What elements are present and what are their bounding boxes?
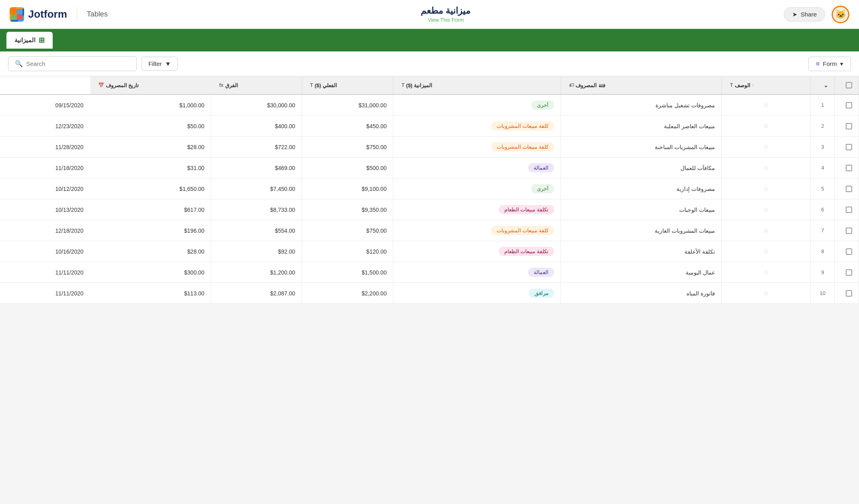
star-icon-7[interactable]: ☆: [763, 227, 769, 234]
category-badge: كلفة مبيعات المشروبات: [491, 142, 554, 152]
th-cat-tag-icon: 🏷: [569, 82, 574, 88]
row-checkbox-8[interactable]: [846, 248, 852, 255]
tab-bar: ⊞ الميزانية: [0, 29, 859, 51]
row-date: 11/11/2020: [0, 283, 90, 304]
row-actual: $400.00: [211, 116, 302, 137]
row-num: 8: [811, 241, 835, 262]
row-checkbox-9[interactable]: [846, 269, 852, 276]
star-icon-8[interactable]: ☆: [763, 248, 769, 255]
star-icon-4[interactable]: ☆: [763, 164, 769, 171]
row-description: مبيعات المشروبات الغازية: [561, 220, 721, 241]
row-description: مصروفات تشغيل مباشرة: [561, 94, 721, 116]
row-checkbox-cell: [835, 241, 859, 262]
row-star-cell: ☆: [722, 241, 811, 262]
row-num: 2: [811, 116, 835, 137]
th-desc-label: الوصف: [735, 82, 750, 88]
th-budget-type-icon: T: [401, 82, 404, 88]
row-checkbox-7[interactable]: [846, 227, 852, 234]
row-checkbox-6[interactable]: [846, 207, 852, 213]
row-category: كلفة مبيعات المشروبات: [393, 220, 561, 241]
row-description: عمال اليومية: [561, 262, 721, 283]
category-badge: أخرى: [531, 100, 554, 110]
row-checkbox-cell: [835, 283, 859, 304]
row-checkbox-cell: [835, 262, 859, 283]
star-icon-2[interactable]: ☆: [763, 123, 769, 129]
svg-rect-3: [11, 14, 17, 20]
th-desc-type-icon: T: [730, 82, 733, 88]
star-icon-1[interactable]: ☆: [763, 102, 769, 109]
main-table: ⌄ ↑ الوصف T فئة المصروف 🏷: [0, 76, 859, 304]
search-input[interactable]: [26, 60, 130, 67]
tab-mizan[interactable]: ⊞ الميزانية: [6, 32, 53, 49]
row-actual: $30,000.00: [211, 94, 302, 116]
row-star-cell: ☆: [722, 116, 811, 137]
header-center: ميزانية مطعم View This Form: [421, 6, 471, 23]
row-checkbox-4[interactable]: [846, 165, 852, 171]
sort-icon[interactable]: ⌄: [824, 82, 828, 88]
select-all-checkbox[interactable]: [846, 82, 852, 88]
table-body: 1 ☆ مصروفات تشغيل مباشرة أخرى $31,000.00…: [0, 94, 859, 304]
th-cat-label: فئة المصروف: [575, 82, 605, 88]
category-badge: أخرى: [531, 184, 554, 193]
row-category: تكلفة مبيعات الطعام: [393, 241, 561, 262]
category-badge: تكلفة مبيعات الطعام: [499, 247, 554, 256]
category-badge: العمالة: [528, 163, 554, 172]
row-checkbox-2[interactable]: [846, 123, 852, 129]
row-actual: $469.00: [211, 158, 302, 178]
row-actual: $722.00: [211, 137, 302, 158]
th-checkbox: [835, 76, 859, 94]
row-star-cell: ☆: [722, 220, 811, 241]
row-checkbox-cell: [835, 116, 859, 137]
svg-rect-1: [11, 9, 17, 14]
category-badge: مرافق: [529, 289, 554, 298]
avatar[interactable]: 🐱: [832, 6, 849, 23]
row-checkbox-1[interactable]: [846, 102, 852, 109]
row-checkbox-5[interactable]: [846, 186, 852, 192]
tables-label[interactable]: Tables: [87, 10, 108, 18]
row-checkbox-3[interactable]: [846, 144, 852, 150]
row-budget: $750.00: [302, 137, 393, 158]
form-list-icon: ≡: [816, 60, 820, 68]
filter-button[interactable]: Filter ▼: [142, 57, 178, 71]
table-row: 1 ☆ مصروفات تشغيل مباشرة أخرى $31,000.00…: [0, 94, 859, 116]
th-actual-label: الفعلي ($): [314, 82, 337, 88]
form-title: ميزانية مطعم: [421, 6, 471, 16]
view-form-link[interactable]: View This Form: [427, 17, 464, 23]
row-budget: $9,350.00: [302, 199, 393, 220]
row-star-cell: ☆: [722, 137, 811, 158]
star-icon-10[interactable]: ☆: [763, 290, 769, 297]
form-button[interactable]: ≡ Form ▾: [808, 57, 851, 71]
star-icon-9[interactable]: ☆: [763, 269, 769, 276]
star-icon-3[interactable]: ☆: [763, 143, 769, 150]
row-star-cell: ☆: [722, 158, 811, 178]
row-category: أخرى: [393, 94, 561, 116]
table-row: 3 ☆ مبيعات المشربات الساخنة كلفة مبيعات …: [0, 137, 859, 158]
row-checkbox-10[interactable]: [846, 290, 852, 297]
row-actual: $554.00: [211, 220, 302, 241]
star-icon-5[interactable]: ☆: [763, 185, 769, 192]
th-date: تاريخ المصروف 📅: [90, 76, 211, 94]
star-icon-6[interactable]: ☆: [763, 206, 769, 213]
row-diff: $300.00: [90, 262, 211, 283]
category-badge: العمالة: [528, 268, 554, 277]
row-diff: $50.00: [90, 116, 211, 137]
row-budget: $31,000.00: [302, 94, 393, 116]
row-num: 1: [811, 94, 835, 116]
row-date: 12/18/2020: [0, 220, 90, 241]
table-row: 8 ☆ تكلفة الأعلفة تكلفة مبيعات الطعام $1…: [0, 241, 859, 262]
th-actual-type-icon: T: [310, 82, 313, 88]
row-star-cell: ☆: [722, 94, 811, 116]
table-row: 7 ☆ مبيعات المشروبات الغازية كلفة مبيعات…: [0, 220, 859, 241]
row-description: فاتورة المياه: [561, 283, 721, 304]
share-button[interactable]: ➤ Share: [784, 7, 825, 22]
row-star-cell: ☆: [722, 199, 811, 220]
th-description: ↑ الوصف T: [722, 76, 811, 94]
row-checkbox-cell: [835, 178, 859, 199]
table-row: 10 ☆ فاتورة المياه مرافق $2,200.00 $2,08…: [0, 283, 859, 304]
th-category: فئة المصروف 🏷: [561, 76, 721, 94]
row-diff: $1,650.00: [90, 178, 211, 199]
row-diff: $1,000.00: [90, 94, 211, 116]
toolbar: 🔍 Filter ▼ ≡ Form ▾: [0, 51, 859, 76]
desc-sort-icon[interactable]: ↑: [752, 83, 754, 88]
form-label: Form: [823, 60, 837, 67]
